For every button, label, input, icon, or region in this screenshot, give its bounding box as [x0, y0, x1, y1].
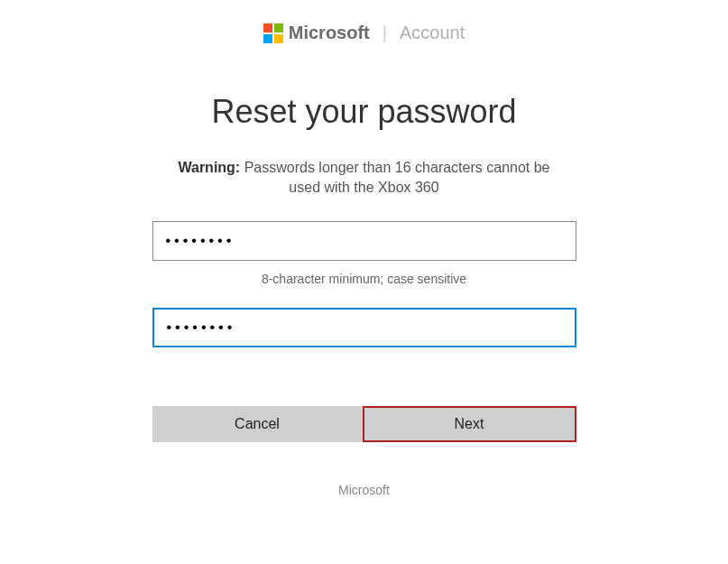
next-button[interactable]: Next [363, 406, 576, 442]
svg-rect-1 [274, 23, 283, 32]
page-title: Reset your password [152, 93, 576, 131]
password-hint: 8-character minimum; case sensitive [152, 272, 576, 286]
section-label: Account [400, 23, 465, 43]
confirm-password-input[interactable] [152, 308, 576, 347]
brand-name: Microsoft [289, 23, 370, 43]
warning-message: Warning: Passwords longer than 16 charac… [152, 158, 576, 199]
svg-rect-2 [263, 34, 272, 43]
button-row: Cancel Next [152, 406, 576, 442]
warning-text: Passwords longer than 16 characters cann… [240, 160, 549, 195]
warning-label: Warning: [178, 160, 240, 175]
svg-rect-3 [274, 34, 283, 43]
svg-rect-0 [263, 23, 272, 32]
microsoft-logo-icon [263, 23, 283, 43]
header: Microsoft | Account [0, 0, 728, 43]
main-content: Reset your password Warning: Passwords l… [152, 43, 576, 497]
divider: | [382, 23, 387, 43]
cancel-button[interactable]: Cancel [152, 406, 363, 442]
footer-text: Microsoft [152, 483, 576, 497]
password-input[interactable] [152, 221, 576, 261]
